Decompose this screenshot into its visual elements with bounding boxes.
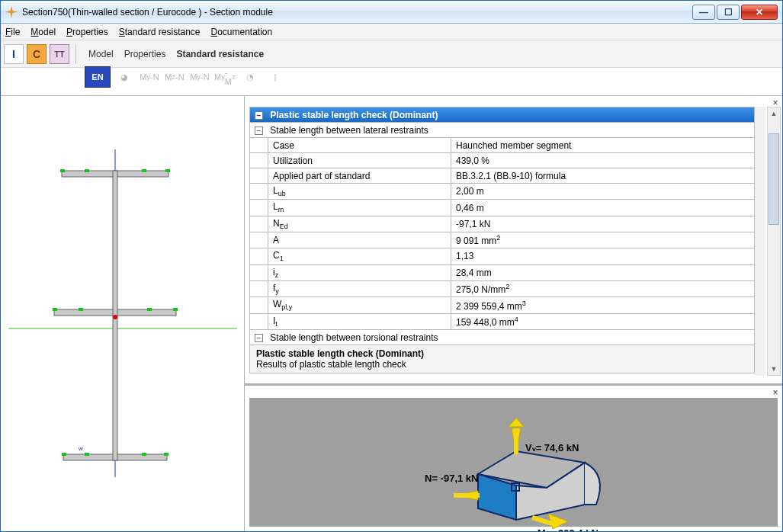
mz-n-icon[interactable]: Mz-N: [163, 67, 186, 87]
section-drawing: w: [8, 104, 237, 515]
titlebar: Section750(Thin-walled section / Eurocod…: [1, 1, 782, 24]
scrollbar[interactable]: ▲ ▼: [767, 107, 781, 376]
row-value: 2 399 559,4 mm3: [451, 297, 755, 313]
row-value: 0,46 m: [451, 200, 755, 216]
row-label: Applied part of standard: [268, 168, 451, 184]
tab-standard-resistance[interactable]: Standard resistance: [176, 49, 264, 59]
svg-point-18: [113, 315, 117, 319]
row-value: 159 448,0 mm4: [451, 313, 755, 329]
section-drawing-pane[interactable]: w: [1, 95, 245, 531]
svg-rect-6: [60, 169, 65, 172]
svg-rect-14: [62, 453, 66, 456]
subsection-torsional: Stable length between torsional restrain…: [270, 332, 438, 343]
svg-rect-27: [454, 493, 480, 498]
row-value: Haunched member segment: [451, 138, 755, 153]
workspace: w × − Plastic stable length check (Domin…: [1, 95, 782, 531]
maximize-button[interactable]: ☐: [717, 5, 740, 20]
my-mz-icon[interactable]: My-Mz: [213, 67, 236, 87]
my-n-icon[interactable]: My-N: [138, 67, 161, 87]
app-icon: [5, 6, 18, 18]
svg-rect-15: [164, 453, 168, 456]
row-label: Case: [268, 138, 451, 153]
subsection-lateral: Stable length between lateral restraints: [270, 125, 428, 136]
row-label: fy: [268, 280, 451, 296]
row-label: C1: [268, 248, 451, 264]
row-value: 275,0 N/mm2: [451, 280, 755, 296]
row-label: NEd: [268, 216, 451, 232]
c-section-icon[interactable]: C: [27, 44, 47, 64]
collapse-icon[interactable]: −: [255, 111, 263, 120]
results-tree[interactable]: − Plastic stable length check (Dominant)…: [249, 107, 765, 376]
tt-section-icon[interactable]: TT: [50, 44, 69, 64]
diagram-icon-2[interactable]: ◔: [239, 67, 262, 87]
svg-marker-25: [509, 418, 524, 427]
desc-title: Plastic stable length check (Dominant): [256, 348, 748, 359]
desc-text: Results of plastic stable length check: [256, 359, 748, 370]
svg-rect-8: [85, 169, 89, 172]
menu-standard-resistance[interactable]: Standard resistance: [119, 27, 201, 37]
viewport-close-icon[interactable]: ×: [770, 387, 781, 398]
svg-text:Mᵧ= 209,4 kNm: Mᵧ= 209,4 kNm: [538, 527, 607, 531]
my-n2-icon[interactable]: My-N: [188, 67, 211, 87]
tab-group: Model Properties Standard resistance: [81, 49, 271, 59]
row-label: iz: [268, 264, 451, 280]
row-value: 2,00 m: [451, 184, 755, 200]
row-value: -97,1 kN: [451, 216, 755, 232]
scroll-thumb[interactable]: [769, 133, 779, 225]
svg-rect-10: [53, 308, 57, 311]
menu-properties[interactable]: Properties: [66, 27, 108, 37]
ibeam-icon[interactable]: I: [4, 44, 24, 64]
tab-model[interactable]: Model: [88, 49, 114, 59]
toolbar-separator: [75, 44, 76, 64]
menu-model[interactable]: Model: [30, 27, 56, 37]
viewport-canvas[interactable]: Vᵥ= 74,6 kN N= -97,1 kN Mᵧ= 209,4 kNm: [249, 398, 778, 527]
result-description: Plastic stable length check (Dominant) R…: [249, 345, 755, 373]
results-panel: × − Plastic stable length check (Dominan…: [245, 96, 782, 386]
menu-file[interactable]: File: [5, 27, 20, 37]
menu-documentation[interactable]: Documentation: [211, 27, 273, 37]
row-value: 439,0 %: [451, 153, 755, 168]
row-value: 28,4 mm: [451, 264, 755, 280]
svg-rect-11: [173, 308, 178, 311]
eurocode-badge-icon[interactable]: EN: [85, 66, 111, 88]
row-label: Lub: [268, 184, 451, 200]
forces-viewport: ×: [245, 386, 782, 531]
svg-text:N= -97,1 kN: N= -97,1 kN: [425, 473, 478, 484]
collapse-icon[interactable]: −: [255, 334, 263, 342]
diagram-icon-1[interactable]: ◕: [113, 67, 136, 87]
scroll-up-icon[interactable]: ▲: [768, 107, 780, 120]
row-label: Lm: [268, 200, 451, 216]
row-value: BB.3.2.1 (BB.9-10) formula: [451, 168, 755, 184]
thermometer-icon[interactable]: |: [264, 67, 287, 87]
row-value: 9 091 mm2: [451, 232, 755, 248]
row-value: 1,13: [451, 248, 755, 264]
row-label: A: [268, 232, 451, 248]
app-window: Section750(Thin-walled section / Eurocod…: [0, 0, 783, 532]
row-label: Wpl,y: [268, 297, 451, 313]
row-label: It: [268, 313, 451, 329]
svg-rect-7: [165, 169, 170, 172]
standard-toolbar: EN ◕ My-N Mz-N My-N My-Mz ◔ |: [85, 63, 287, 91]
results-header: Plastic stable length check (Dominant): [270, 110, 438, 120]
svg-rect-9: [142, 169, 146, 172]
svg-rect-24: [514, 428, 518, 454]
tab-properties[interactable]: Properties: [124, 49, 166, 59]
svg-text:Vᵥ= 74,6 kN: Vᵥ= 74,6 kN: [525, 442, 579, 453]
collapse-icon[interactable]: −: [255, 127, 263, 135]
right-column: × − Plastic stable length check (Dominan…: [245, 95, 782, 531]
svg-rect-12: [79, 308, 83, 311]
close-button[interactable]: ✕: [741, 5, 778, 20]
window-buttons: — ☐ ✕: [691, 5, 778, 20]
svg-rect-13: [147, 308, 152, 311]
row-label: Utilization: [268, 153, 451, 168]
svg-rect-17: [142, 453, 146, 456]
svg-text:w: w: [78, 445, 83, 452]
minimize-button[interactable]: —: [692, 5, 715, 20]
scroll-down-icon[interactable]: ▼: [768, 363, 780, 375]
svg-rect-16: [85, 453, 89, 456]
window-title: Section750(Thin-walled section / Eurocod…: [22, 7, 691, 18]
menubar: File Model Properties Standard resistanc…: [1, 24, 782, 40]
